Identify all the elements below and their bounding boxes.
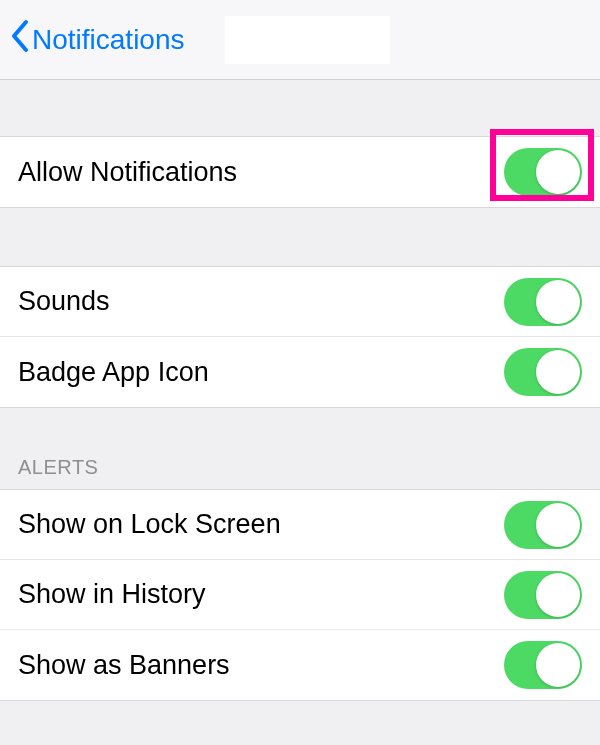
allow-notifications-toggle[interactable] <box>504 148 582 196</box>
history-toggle[interactable] <box>504 571 582 619</box>
lock-screen-row: Show on Lock Screen <box>0 490 600 560</box>
banners-row: Show as Banners <box>0 630 600 700</box>
alerts-group: Show on Lock Screen Show in History Show… <box>0 489 600 701</box>
badge-toggle[interactable] <box>504 348 582 396</box>
toggle-knob <box>536 643 580 687</box>
toggle-knob <box>536 150 580 194</box>
allow-notifications-label: Allow Notifications <box>18 157 237 188</box>
allow-notifications-row: Allow Notifications <box>0 137 600 207</box>
sounds-badge-group: Sounds Badge App Icon <box>0 266 600 408</box>
sounds-toggle[interactable] <box>504 278 582 326</box>
toggle-knob <box>536 503 580 547</box>
lock-screen-toggle[interactable] <box>504 501 582 549</box>
navigation-bar: Notifications <box>0 0 600 80</box>
allow-group: Allow Notifications <box>0 136 600 208</box>
history-label: Show in History <box>18 579 206 610</box>
back-label: Notifications <box>32 24 185 56</box>
badge-row: Badge App Icon <box>0 337 600 407</box>
back-button[interactable]: Notifications <box>10 19 185 60</box>
section-spacer <box>0 208 600 266</box>
section-spacer <box>0 80 600 136</box>
toggle-knob <box>536 280 580 324</box>
sounds-row: Sounds <box>0 267 600 337</box>
title-placeholder <box>225 16 390 64</box>
alerts-section-header: ALERTS <box>0 408 600 489</box>
sounds-label: Sounds <box>18 286 110 317</box>
toggle-knob <box>536 350 580 394</box>
banners-toggle[interactable] <box>504 641 582 689</box>
chevron-left-icon <box>10 19 30 60</box>
toggle-knob <box>536 573 580 617</box>
banners-label: Show as Banners <box>18 650 230 681</box>
history-row: Show in History <box>0 560 600 630</box>
lock-screen-label: Show on Lock Screen <box>18 509 281 540</box>
badge-label: Badge App Icon <box>18 357 209 388</box>
